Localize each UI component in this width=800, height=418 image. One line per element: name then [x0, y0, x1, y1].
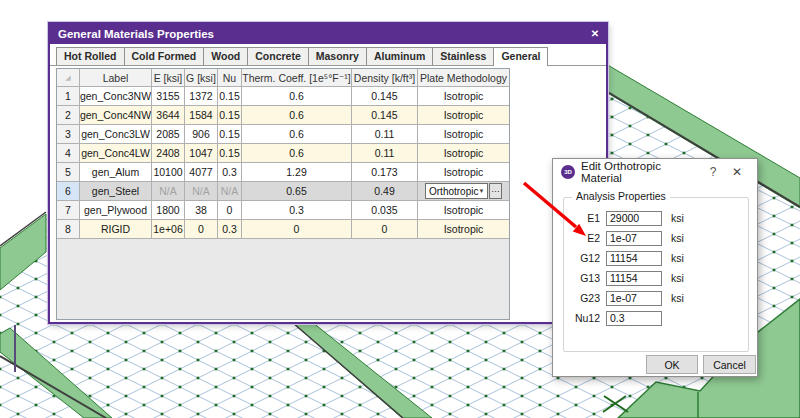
tab-hot-rolled[interactable]: Hot Rolled	[56, 47, 125, 65]
cell-g[interactable]: 906	[185, 125, 218, 144]
cell-density[interactable]: 0.11	[352, 144, 418, 163]
tab-concrete[interactable]: Concrete	[247, 47, 309, 65]
materials-grid: ◢LabelE [ksi]G [ksi]NuTherm. Coeff. [1e⁵…	[56, 68, 510, 320]
select-all-corner[interactable]: ◢	[57, 69, 80, 87]
row-number[interactable]: 8	[57, 220, 80, 239]
tab-aluminum[interactable]: Aluminum	[366, 47, 433, 65]
cell-therm-coeff[interactable]: 0	[242, 220, 352, 239]
property-input-g12[interactable]	[606, 251, 662, 266]
cell-density[interactable]: 0.145	[352, 87, 418, 106]
row-number[interactable]: 3	[57, 125, 80, 144]
cell-g[interactable]: 1584	[185, 106, 218, 125]
edit-material-ellipsis-button[interactable]: …	[489, 183, 502, 199]
column-header[interactable]: Therm. Coeff. [1e⁵°F⁻¹]	[242, 69, 352, 87]
cell-therm-coeff[interactable]: 0.6	[242, 125, 352, 144]
cell-density[interactable]: 0.145	[352, 106, 418, 125]
tab-cold-formed[interactable]: Cold Formed	[124, 47, 205, 65]
row-number[interactable]: 5	[57, 163, 80, 182]
cell-nu[interactable]: 0.3	[218, 163, 242, 182]
tab-general[interactable]: General	[493, 47, 548, 66]
cell-g[interactable]: 38	[185, 201, 218, 220]
cell-nu[interactable]: 0.15	[218, 87, 242, 106]
cell-plate-methodology[interactable]: Isotropic	[418, 163, 509, 182]
cell-label[interactable]: gen_Conc3LW	[80, 125, 152, 144]
cell-therm-coeff[interactable]: 0.65	[242, 182, 352, 201]
property-input-g23[interactable]	[606, 291, 662, 306]
cell-nu[interactable]: 0	[218, 201, 242, 220]
cell-nu[interactable]: N/A	[218, 182, 242, 201]
ok-button[interactable]: OK	[646, 355, 698, 374]
cell-label[interactable]: gen_Plywood	[80, 201, 152, 220]
cell-e[interactable]: 2085	[152, 125, 185, 144]
close-icon[interactable]: ✕	[725, 165, 749, 179]
cell-label[interactable]: gen_Conc4NW	[80, 106, 152, 125]
cell-density[interactable]: 0.173	[352, 163, 418, 182]
cell-therm-coeff[interactable]: 0.3	[242, 201, 352, 220]
cell-g[interactable]: 0	[185, 220, 218, 239]
cell-nu[interactable]: 0.15	[218, 125, 242, 144]
cancel-button[interactable]: Cancel	[703, 355, 756, 374]
property-input-nu12[interactable]	[606, 311, 662, 326]
cell-density[interactable]: 0.49	[352, 182, 418, 201]
property-input-e1[interactable]	[606, 211, 662, 226]
cell-g[interactable]: N/A	[185, 182, 218, 201]
column-header[interactable]: Label	[80, 69, 152, 87]
cell-e[interactable]: 10100	[152, 163, 185, 182]
cell-g[interactable]: 4077	[185, 163, 218, 182]
property-input-e2[interactable]	[606, 231, 662, 246]
cell-nu[interactable]: 0.15	[218, 106, 242, 125]
row-number[interactable]: 4	[57, 144, 80, 163]
cell-therm-coeff[interactable]: 0.6	[242, 87, 352, 106]
cell-e[interactable]: 1e+06	[152, 220, 185, 239]
cell-e[interactable]: 3644	[152, 106, 185, 125]
cell-label[interactable]: RIGID	[80, 220, 152, 239]
tab-wood[interactable]: Wood	[203, 47, 248, 65]
cell-therm-coeff[interactable]: 0.6	[242, 144, 352, 163]
column-header[interactable]: Nu	[218, 69, 242, 87]
cell-nu[interactable]: 0.15	[218, 144, 242, 163]
cell-density[interactable]: 0.11	[352, 125, 418, 144]
row-number[interactable]: 1	[57, 87, 80, 106]
cell-g[interactable]: 1372	[185, 87, 218, 106]
row-number[interactable]: 7	[57, 201, 80, 220]
row-number[interactable]: 2	[57, 106, 80, 125]
cell-e[interactable]: 2408	[152, 144, 185, 163]
cell-label[interactable]: gen_Steel	[80, 182, 152, 201]
column-header[interactable]: G [ksi]	[185, 69, 218, 87]
cell-density[interactable]: 0.035	[352, 201, 418, 220]
cell-plate-methodology[interactable]: Isotropic	[418, 201, 509, 220]
cell-density[interactable]: 0	[352, 220, 418, 239]
dialog-title-bar: General Materials Properties ✕	[50, 24, 606, 44]
cell-e[interactable]: 3155	[152, 87, 185, 106]
table-row: 8RIGID1e+0600.300Isotropic	[57, 220, 509, 239]
cell-plate-methodology[interactable]: Isotropic	[418, 144, 509, 163]
cell-therm-coeff[interactable]: 1.29	[242, 163, 352, 182]
column-header[interactable]: Density [k/ft³]	[352, 69, 418, 87]
cell-e[interactable]: N/A	[152, 182, 185, 201]
cell-g[interactable]: 1047	[185, 144, 218, 163]
tab-masonry[interactable]: Masonry	[308, 47, 367, 65]
property-input-g13[interactable]	[606, 271, 662, 286]
cell-e[interactable]: 1800	[152, 201, 185, 220]
cell-nu[interactable]: 0.3	[218, 220, 242, 239]
cell-label[interactable]: gen_Conc4LW	[80, 144, 152, 163]
cell-plate-methodology[interactable]: Isotropic	[418, 125, 509, 144]
plate-methodology-dropdown[interactable]: Orthotropic▼	[425, 183, 488, 199]
cell-label[interactable]: gen_Alum	[80, 163, 152, 182]
column-header[interactable]: Plate Methodology	[418, 69, 509, 87]
close-icon[interactable]: ✕	[584, 24, 606, 44]
property-label: E1	[564, 212, 606, 224]
cell-plate-methodology[interactable]: Isotropic	[418, 87, 509, 106]
row-number[interactable]: 6	[57, 182, 80, 201]
plate-methodology-editor: Orthotropic▼…	[425, 183, 502, 199]
general-materials-properties-dialog: General Materials Properties ✕ Hot Rolle…	[48, 22, 608, 324]
help-icon[interactable]: ?	[701, 165, 725, 179]
cell-plate-methodology[interactable]: Isotropic	[418, 106, 509, 125]
cell-plate-methodology[interactable]: Orthotropic▼…	[418, 182, 509, 201]
cell-label[interactable]: gen_Conc3NW	[80, 87, 152, 106]
tab-stainless[interactable]: Stainless	[432, 47, 494, 65]
cell-plate-methodology[interactable]: Isotropic	[418, 220, 509, 239]
cell-therm-coeff[interactable]: 0.6	[242, 106, 352, 125]
column-header[interactable]: E [ksi]	[152, 69, 185, 87]
property-unit: ksi	[662, 212, 684, 224]
